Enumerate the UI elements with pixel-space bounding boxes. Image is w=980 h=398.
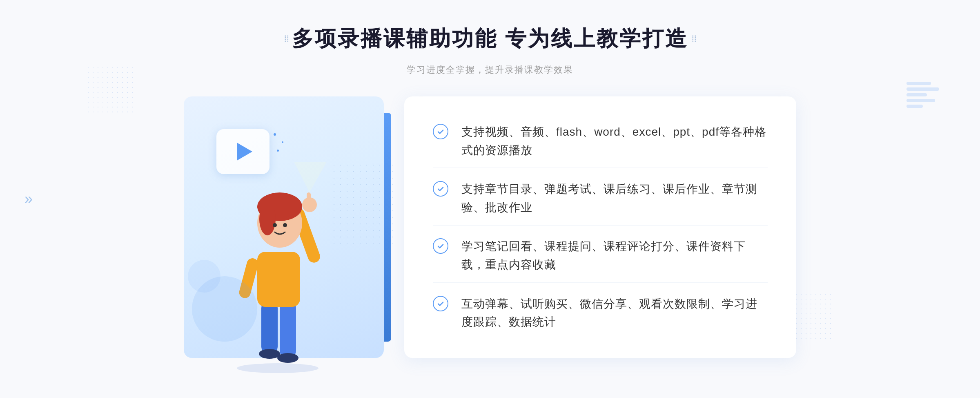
check-icon-4: [433, 296, 449, 312]
feature-text-3: 学习笔记回看、课程提问、课程评论打分、课件资料下载，重点内容收藏: [461, 237, 768, 274]
check-circle-2: [433, 181, 448, 197]
lines-decoration: [906, 82, 939, 131]
svg-point-10: [259, 203, 276, 235]
page-container: » 多项录播课辅助功能 专为线上教学打造 学习进度全掌握，提升录播课教学效果: [0, 0, 980, 398]
sparkle-dot-2: [282, 141, 283, 143]
line-deco-5: [906, 105, 923, 108]
header-title-row: 多项录播课辅助功能 专为线上教学打造: [284, 25, 696, 53]
check-icon-3: [433, 238, 449, 255]
feature-item-3: 学习笔记回看、课程提问、课程评论打分、课件资料下载，重点内容收藏: [433, 229, 768, 283]
illustration-panel: [184, 96, 412, 374]
check-circle-1: [433, 124, 448, 139]
feature-item-2: 支持章节目录、弹题考试、课后练习、课后作业、章节测验、批改作业: [433, 172, 768, 226]
svg-rect-2: [280, 301, 296, 358]
main-title: 多项录播课辅助功能 专为线上教学打造: [292, 25, 688, 53]
line-deco-1: [906, 82, 931, 85]
feature-text-4: 互动弹幕、试听购买、微信分享、观看次数限制、学习进度跟踪、数据统计: [461, 295, 768, 332]
svg-rect-5: [257, 252, 300, 307]
sparkle-dot-3: [277, 150, 279, 152]
feature-text-2: 支持章节目录、弹题考试、课后练习、课后作业、章节测验、批改作业: [461, 180, 768, 217]
svg-point-4: [277, 353, 298, 363]
line-deco-3: [906, 93, 927, 96]
check-circle-3: [433, 238, 448, 254]
content-area: 支持视频、音频、flash、word、excel、ppt、pdf等各种格式的资源…: [184, 96, 796, 374]
header-section: 多项录播课辅助功能 专为线上教学打造 学习进度全掌握，提升录播课教学效果: [0, 0, 980, 84]
sparkle-dot-1: [274, 133, 276, 136]
feature-item-4: 互动弹幕、试听购买、微信分享、观看次数限制、学习进度跟踪、数据统计: [433, 287, 768, 340]
feature-text-1: 支持视频、音频、flash、word、excel、ppt、pdf等各种格式的资源…: [461, 123, 768, 160]
svg-rect-14: [307, 192, 311, 207]
check-circle-4: [433, 296, 448, 311]
line-deco-4: [906, 99, 935, 102]
line-deco-2: [906, 87, 939, 91]
svg-point-0: [237, 363, 318, 373]
feature-item-1: 支持视频、音频、flash、word、excel、ppt、pdf等各种格式的资源…: [433, 115, 768, 168]
svg-rect-1: [261, 301, 278, 354]
chevron-left-deco: »: [24, 190, 33, 208]
play-triangle-icon: [237, 143, 252, 161]
circle-deco-small: [188, 260, 220, 293]
dot-pattern-topleft: [86, 65, 135, 114]
svg-point-12: [283, 223, 287, 227]
subtitle: 学习进度全掌握，提升录播课教学效果: [0, 64, 980, 76]
check-icon-2: [433, 181, 449, 197]
svg-point-3: [259, 349, 280, 359]
features-panel: 支持视频、音频、flash、word、excel、ppt、pdf等各种格式的资源…: [404, 96, 796, 358]
svg-point-11: [273, 223, 277, 227]
accent-bar: [384, 113, 391, 342]
check-icon-1: [433, 124, 449, 140]
person-illustration: [208, 162, 347, 374]
